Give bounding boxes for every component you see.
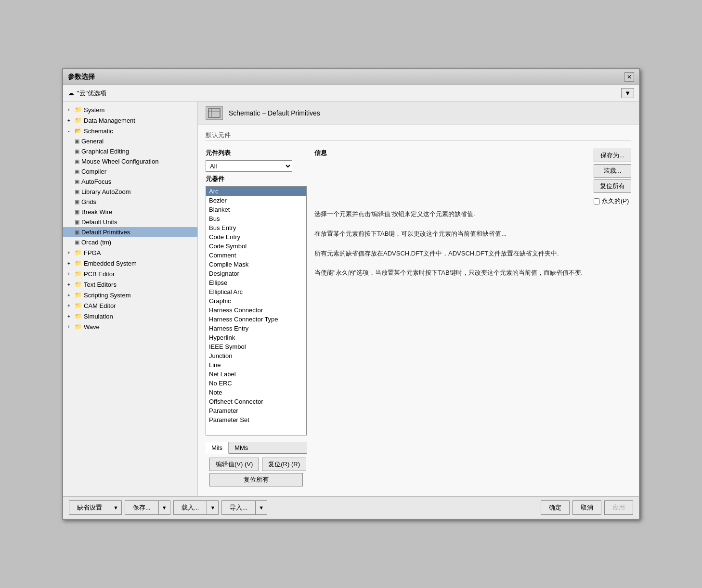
list-item-code-symbol[interactable]: Code Symbol — [206, 242, 306, 251]
footer: 缺省设置 ▼ 保存... ▼ 载入... ▼ 导入... ▼ 确定 取消 应用 — [63, 496, 639, 519]
sidebar-item-autofocus[interactable]: ▣ AutoFocus — [63, 177, 197, 187]
sidebar-item-mouse-wheel[interactable]: ▣ Mouse Wheel Configuration — [63, 156, 197, 166]
expand-icon-embedded-system[interactable]: + — [65, 259, 73, 267]
list-item-harness-connector[interactable]: Harness Connector — [206, 306, 306, 315]
default-settings-arrow[interactable]: ▼ — [110, 500, 122, 515]
list-item-arc[interactable]: Arc — [206, 187, 306, 196]
save-button[interactable]: 保存... — [125, 500, 159, 515]
list-item-parameter[interactable]: Parameter — [206, 406, 306, 415]
load-group: 载入... ▼ — [173, 500, 219, 515]
item-icon-compiler: ▣ — [75, 168, 79, 175]
list-item-blanket[interactable]: Blanket — [206, 205, 306, 214]
list-item-offsheet-connector[interactable]: Offsheet Connector — [206, 397, 306, 406]
list-item-junction[interactable]: Junction — [206, 351, 306, 360]
sidebar-item-graphical-editing[interactable]: ▣ Graphical Editing — [63, 146, 197, 156]
save-arrow[interactable]: ▼ — [159, 500, 170, 515]
expand-icon-data-management[interactable]: + — [65, 116, 73, 124]
sidebar-item-text-editors[interactable]: + 📁 Text Editors — [63, 279, 197, 290]
list-item-line[interactable]: Line — [206, 360, 306, 370]
list-item-code-entry[interactable]: Code Entry — [206, 232, 306, 242]
reset-all-bottom-button[interactable]: 复位所有 — [209, 473, 303, 486]
list-item-parameter-set[interactable]: Parameter Set — [206, 415, 306, 424]
sidebar-item-wave[interactable]: + 📁 Wave — [63, 321, 197, 332]
load-button-footer[interactable]: 载入... — [173, 500, 208, 515]
sidebar-item-grids[interactable]: ▣ Grids — [63, 197, 197, 207]
import-button[interactable]: 导入... — [221, 500, 256, 515]
default-settings-button[interactable]: 缺省设置 — [69, 500, 110, 515]
close-button[interactable]: ✕ — [624, 72, 634, 82]
sidebar-item-label-orcad: Orcad (tm) — [81, 239, 111, 246]
sidebar-item-default-units[interactable]: ▣ Default Units — [63, 217, 197, 227]
list-item-no-erc[interactable]: No ERC — [206, 379, 306, 388]
item-icon-orcad: ▣ — [75, 239, 79, 245]
list-item-bus[interactable]: Bus — [206, 214, 306, 223]
sidebar-item-data-management[interactable]: + 📁 Data Management — [63, 115, 197, 126]
list-item-graphic[interactable]: Graphic — [206, 296, 306, 306]
sidebar-item-orcad[interactable]: ▣ Orcad (tm) — [63, 237, 197, 247]
sidebar-item-schematic[interactable]: - 📂 Schematic — [63, 126, 197, 136]
item-icon-break-wire: ▣ — [75, 209, 79, 215]
expand-icon-scripting-system[interactable]: + — [65, 291, 73, 299]
tab-mms[interactable]: MMs — [229, 442, 254, 453]
sidebar-item-simulation[interactable]: + 📁 Simulation — [63, 311, 197, 321]
right-panel: Schematic – Default Primitives 默认元件 元件列表… — [198, 102, 639, 496]
ok-button[interactable]: 确定 — [541, 500, 570, 515]
sidebar-item-label-default-units: Default Units — [81, 218, 117, 226]
expand-icon-cam-editor[interactable]: + — [65, 302, 73, 309]
list-item-ieee-symbol[interactable]: IEEE Symbol — [206, 342, 306, 351]
reset-button[interactable]: 复位(R) (R) — [262, 458, 306, 471]
panel-header: Schematic – Default Primitives — [198, 102, 639, 125]
sidebar-item-default-primitives[interactable]: ▣ Default Primitives — [63, 227, 197, 237]
component-list-dropdown[interactable]: All — [206, 160, 292, 172]
list-item-harness-connector-type[interactable]: Harness Connector Type — [206, 315, 306, 324]
sidebar-item-label-autofocus: AutoFocus — [81, 178, 111, 185]
cancel-button[interactable]: 取消 — [572, 500, 601, 515]
expand-icon-pcb-editor[interactable]: + — [65, 270, 73, 278]
sidebar-item-general[interactable]: ▣ General — [63, 136, 197, 146]
list-item-designator[interactable]: Designator — [206, 269, 306, 278]
component-listbox[interactable]: Arc Bezier Blanket Bus Bus Entry Code En… — [206, 186, 307, 435]
list-item-comment[interactable]: Comment — [206, 251, 306, 260]
expand-icon-system[interactable]: + — [65, 106, 73, 114]
expand-icon-wave[interactable]: + — [65, 323, 73, 331]
two-col-layout: 元件列表 All 元器件 Arc Bezier Blanket Bus — [206, 149, 631, 490]
list-item-bus-entry[interactable]: Bus Entry — [206, 223, 306, 232]
apply-button[interactable]: 应用 — [604, 500, 633, 515]
edit-value-button[interactable]: 编辑值(V) (V) — [209, 458, 259, 471]
list-item-ellipse[interactable]: Ellipse — [206, 278, 306, 287]
list-item-note[interactable]: Note — [206, 388, 306, 397]
sidebar-item-library-autozoom[interactable]: ▣ Library AutoZoom — [63, 187, 197, 197]
sidebar-item-compiler[interactable]: ▣ Compiler — [63, 166, 197, 177]
list-item-net-label[interactable]: Net Label — [206, 370, 306, 379]
folder-icon-simulation: 📁 — [75, 313, 82, 320]
import-group: 导入... ▼ — [221, 500, 267, 515]
sidebar-item-scripting-system[interactable]: + 📁 Scripting System — [63, 290, 197, 300]
info-section-2: 在放置某个元素前按下TAB键，可以更改这个元素的当前值和缺省值... — [314, 229, 631, 239]
permanent-checkbox[interactable] — [594, 198, 600, 205]
list-item-compile-mask[interactable]: Compile Mask — [206, 260, 306, 269]
load-arrow[interactable]: ▼ — [207, 500, 219, 515]
load-button[interactable]: 装载... — [594, 164, 631, 178]
cloud-icon: ☁ — [68, 89, 74, 97]
sidebar-item-system[interactable]: + 📁 System — [63, 104, 197, 115]
cloud-dropdown-arrow[interactable]: ▼ — [621, 88, 634, 98]
expand-icon-text-editors[interactable]: + — [65, 281, 73, 288]
sidebar-item-break-wire[interactable]: ▣ Break Wire — [63, 207, 197, 217]
list-item-harness-entry[interactable]: Harness Entry — [206, 324, 306, 333]
sidebar-item-embedded-system[interactable]: + 📁 Embedded System — [63, 258, 197, 268]
import-arrow[interactable]: ▼ — [256, 500, 267, 515]
save-as-button[interactable]: 保存为... — [594, 149, 631, 162]
expand-icon-simulation[interactable]: + — [65, 312, 73, 320]
sidebar-item-label-simulation: Simulation — [84, 313, 113, 320]
sidebar-item-fpga[interactable]: + 📁 FPGA — [63, 247, 197, 258]
expand-icon-schematic[interactable]: - — [65, 127, 73, 135]
list-item-bezier[interactable]: Bezier — [206, 196, 306, 205]
reset-all-button[interactable]: 复位所有 — [594, 179, 631, 193]
expand-icon-fpga[interactable]: + — [65, 249, 73, 256]
sidebar-item-cam-editor[interactable]: + 📁 CAM Editor — [63, 300, 197, 311]
list-item-elliptical-arc[interactable]: Elliptical Arc — [206, 287, 306, 296]
list-item-hyperlink[interactable]: Hyperlink — [206, 333, 306, 342]
tab-mils[interactable]: Mils — [206, 442, 229, 454]
sidebar-item-pcb-editor[interactable]: + 📁 PCB Editor — [63, 268, 197, 279]
cloud-label: "云"优选项 — [77, 89, 106, 98]
